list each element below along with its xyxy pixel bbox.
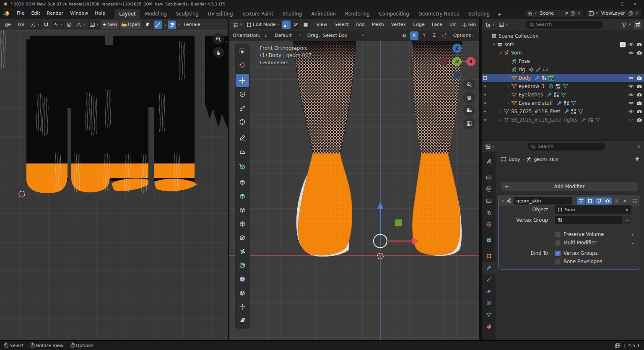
- object-field[interactable]: Som ×: [555, 205, 631, 214]
- new-scene-icon[interactable]: [570, 11, 575, 16]
- tab-render[interactable]: [482, 171, 496, 183]
- outliner-display-mode-dropdown[interactable]: ∨: [497, 21, 509, 29]
- preserve-volume-checkbox[interactable]: [555, 232, 561, 237]
- image-browse-dropdown[interactable]: ∨: [88, 21, 100, 29]
- uv-menu-image[interactable]: ge: [2, 21, 14, 29]
- mesh-data-icon[interactable]: [595, 117, 601, 123]
- modifier-stack-icon[interactable]: [564, 100, 569, 106]
- tool-transform[interactable]: [236, 115, 249, 129]
- invert-vertex-group-button[interactable]: ↔: [623, 216, 631, 224]
- tool-bevel[interactable]: [236, 203, 249, 217]
- tab-texture-paint[interactable]: Texture Paint: [237, 9, 278, 19]
- tab-shading[interactable]: Shading: [278, 9, 307, 19]
- collection-checkbox[interactable]: ✓: [620, 42, 626, 47]
- render-camera-icon[interactable]: [636, 117, 642, 123]
- mirror-y-button[interactable]: Y: [420, 31, 428, 40]
- tab-sculpting[interactable]: Sculpting: [171, 9, 203, 19]
- render-camera-icon[interactable]: [636, 100, 642, 106]
- hide-eye-icon[interactable]: [628, 109, 634, 114]
- new-collection-button[interactable]: [634, 21, 642, 29]
- outliner-row-scene-collection[interactable]: Scene Collection: [482, 32, 644, 40]
- tool-move[interactable]: [236, 74, 249, 87]
- vertex-groups-checkbox[interactable]: ✓: [555, 251, 561, 256]
- vp-menu-view[interactable]: View: [314, 21, 330, 29]
- properties-search-input[interactable]: Search: [527, 143, 605, 150]
- tab-scene[interactable]: [482, 207, 496, 218]
- outliner-row-body[interactable]: › Body: [482, 74, 644, 82]
- select-mode-edge[interactable]: [292, 21, 300, 29]
- outliner-row-pose[interactable]: Pose: [482, 57, 644, 65]
- hide-eye-icon[interactable]: [628, 92, 634, 98]
- modifier-wrench-icon[interactable]: [546, 92, 552, 98]
- vp-zoom-icon[interactable]: [463, 79, 475, 91]
- pin-image-icon[interactable]: [144, 22, 150, 28]
- breadcrumb-object[interactable]: Body: [509, 157, 520, 162]
- vp-menu-select[interactable]: Select: [332, 21, 352, 29]
- modifier-stack-icon[interactable]: [588, 117, 594, 123]
- vp-menu-edge[interactable]: Edge: [410, 21, 428, 29]
- modifier-extras-dropdown[interactable]: ∨: [614, 198, 620, 204]
- select-mode-vertex[interactable]: [282, 21, 291, 29]
- render-camera-icon[interactable]: [636, 41, 642, 47]
- tool-inset[interactable]: [236, 189, 249, 203]
- orientation-dropdown[interactable]: Default ∨: [262, 31, 302, 40]
- toggle-realtime[interactable]: [595, 197, 603, 205]
- modifier-wrench-icon[interactable]: [556, 100, 562, 106]
- outliner-row-eyelashes[interactable]: › Eyelashes: [482, 91, 644, 99]
- tab-output[interactable]: [482, 183, 496, 195]
- toggle-render[interactable]: [603, 197, 612, 205]
- snap-settings-dropdown[interactable]: ∨: [52, 21, 64, 29]
- tab-object[interactable]: [482, 250, 496, 262]
- overlays-toggle[interactable]: [168, 21, 176, 29]
- hide-eye-closed-icon[interactable]: [628, 117, 634, 123]
- mirror-z-button[interactable]: Z: [430, 31, 439, 40]
- mesh-data-icon[interactable]: [548, 75, 554, 81]
- options-dropdown[interactable]: Options ∨: [452, 31, 476, 40]
- uv-menu-uv[interactable]: UV: [15, 21, 28, 29]
- tab-uv-editing[interactable]: UV Editing: [203, 9, 237, 19]
- tab-rendering[interactable]: Rendering: [340, 9, 374, 19]
- vp-menu-mesh[interactable]: Mesh: [369, 21, 387, 29]
- editor-type-dropdown[interactable]: ∨: [231, 21, 244, 29]
- network-offline-icon[interactable]: [614, 342, 621, 349]
- close-button[interactable]: ×: [629, 2, 641, 6]
- proportional-falloff-dropdown[interactable]: ∨: [75, 21, 87, 29]
- breadcrumb-modifier[interactable]: geom_skin: [534, 157, 558, 162]
- maximize-button[interactable]: □: [616, 2, 629, 6]
- delete-modifier-button[interactable]: ×: [621, 198, 628, 204]
- surface-deform-icon[interactable]: [548, 83, 554, 89]
- outliner-row-eyes-and-stuff[interactable]: › Eyes and stuff: [482, 99, 644, 107]
- tab-constraints[interactable]: [482, 297, 496, 309]
- tab-view-layer[interactable]: [482, 195, 496, 207]
- pin-icon[interactable]: [564, 11, 569, 16]
- hide-eye-icon[interactable]: [628, 50, 634, 56]
- tab-compositing[interactable]: Compositing: [374, 9, 414, 19]
- properties-options-dropdown[interactable]: ∨: [637, 145, 640, 149]
- open-image-button[interactable]: Open: [120, 21, 141, 29]
- properties-editor-type-dropdown[interactable]: ∨: [484, 143, 496, 151]
- outliner-row-feet[interactable]: › SS_2025_#118_Feet: [482, 107, 644, 116]
- snap-falloff-icon[interactable]: [440, 31, 449, 40]
- toggle-on-cage[interactable]: [577, 197, 585, 205]
- add-workspace-button[interactable]: +: [494, 10, 505, 19]
- tool-select-box[interactable]: [236, 44, 249, 58]
- tool-spin[interactable]: [236, 259, 249, 272]
- navigation-gizmo[interactable]: Z -Y X: [434, 41, 479, 83]
- tab-world[interactable]: [482, 218, 496, 230]
- tab-layout[interactable]: Layout: [114, 9, 140, 19]
- tab-animation[interactable]: Animation: [306, 9, 340, 19]
- tool-annotate[interactable]: [236, 131, 249, 144]
- blender-menu-icon[interactable]: [3, 10, 10, 17]
- tool-knife[interactable]: [236, 231, 249, 244]
- panel-expand-icon[interactable]: ∨: [501, 199, 504, 203]
- remove-viewlayer-icon[interactable]: ×: [634, 11, 639, 16]
- tab-physics[interactable]: [482, 285, 496, 297]
- mesh-data-icon[interactable]: [571, 100, 576, 106]
- animate-dot[interactable]: •: [631, 233, 634, 237]
- vp-menu-vertex[interactable]: Vertex: [388, 21, 409, 29]
- proportional-edit-toggle[interactable]: [65, 21, 73, 29]
- render-camera-icon[interactable]: [636, 109, 642, 114]
- unlink-scene-icon[interactable]: ×: [576, 11, 582, 16]
- add-modifier-button[interactable]: + Add Modifier: [501, 181, 638, 191]
- mesh-data-icon[interactable]: [578, 109, 584, 114]
